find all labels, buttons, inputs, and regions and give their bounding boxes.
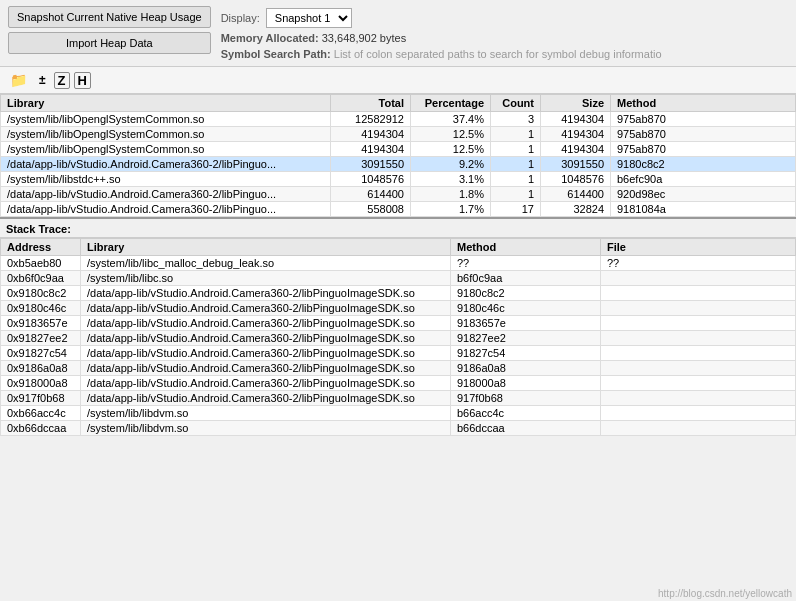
right-info: Display: Snapshot 1 Memory Allocated: 33… — [221, 6, 788, 60]
col-library: Library — [1, 95, 331, 112]
cell-size: 32824 — [541, 202, 611, 217]
stack-cell-file — [601, 361, 796, 376]
stack-row[interactable]: 0x9180c46c /data/app-lib/vStudio.Android… — [1, 301, 796, 316]
watermark: http://blog.csdn.net/yellowcath — [658, 588, 792, 599]
folder-icon[interactable]: 📁 — [6, 70, 31, 90]
stack-cell-file — [601, 331, 796, 346]
stack-cell-method: 9183657e — [451, 316, 601, 331]
stack-trace-label: Stack Trace: — [0, 219, 796, 238]
stack-row[interactable]: 0xb66acc4c /system/lib/libdvm.so b66acc4… — [1, 406, 796, 421]
cell-count: 1 — [491, 127, 541, 142]
cell-method: 975ab870 — [611, 127, 796, 142]
cell-method: 920d98ec — [611, 187, 796, 202]
cell-size: 3091550 — [541, 157, 611, 172]
cell-library: /system/lib/libOpenglSystemCommon.so — [1, 127, 331, 142]
main-table-body: /system/lib/libOpenglSystemCommon.so 125… — [1, 112, 796, 217]
snapshot-button[interactable]: Snapshot Current Native Heap Usage — [8, 6, 211, 28]
stack-cell-file — [601, 421, 796, 436]
stack-cell-method: 9180c46c — [451, 301, 601, 316]
stack-cell-library: /system/lib/libc_malloc_debug_leak.so — [81, 256, 451, 271]
stack-cell-method: 91827c54 — [451, 346, 601, 361]
stack-row[interactable]: 0x918000a8 /data/app-lib/vStudio.Android… — [1, 376, 796, 391]
stack-cell-library: /data/app-lib/vStudio.Android.Camera360-… — [81, 286, 451, 301]
cell-method: 975ab870 — [611, 112, 796, 127]
stack-cell-file — [601, 286, 796, 301]
stack-row[interactable]: 0x91827ee2 /data/app-lib/vStudio.Android… — [1, 331, 796, 346]
stack-cell-address: 0x9183657e — [1, 316, 81, 331]
cell-count: 3 — [491, 112, 541, 127]
stack-cell-library: /data/app-lib/vStudio.Android.Camera360-… — [81, 316, 451, 331]
table-row[interactable]: /data/app-lib/vStudio.Android.Camera360-… — [1, 157, 796, 172]
stack-row[interactable]: 0x9186a0a8 /data/app-lib/vStudio.Android… — [1, 361, 796, 376]
stack-row[interactable]: 0xb6f0c9aa /system/lib/libc.so b6f0c9aa — [1, 271, 796, 286]
display-select[interactable]: Snapshot 1 — [266, 8, 352, 28]
stack-col-method: Method — [451, 239, 601, 256]
cell-size: 1048576 — [541, 172, 611, 187]
cell-size: 614400 — [541, 187, 611, 202]
stack-row[interactable]: 0xb66dccaa /system/lib/libdvm.so b66dcca… — [1, 421, 796, 436]
stack-cell-library: /data/app-lib/vStudio.Android.Camera360-… — [81, 391, 451, 406]
stack-cell-file — [601, 316, 796, 331]
stack-cell-address: 0x91827ee2 — [1, 331, 81, 346]
table-row[interactable]: /system/lib/libOpenglSystemCommon.so 125… — [1, 112, 796, 127]
table-row[interactable]: /system/lib/libOpenglSystemCommon.so 419… — [1, 142, 796, 157]
stack-cell-address: 0x917f0b68 — [1, 391, 81, 406]
cell-library: /data/app-lib/vStudio.Android.Camera360-… — [1, 187, 331, 202]
stack-cell-method: 918000a8 — [451, 376, 601, 391]
cell-count: 17 — [491, 202, 541, 217]
display-label: Display: — [221, 12, 260, 24]
col-size: Size — [541, 95, 611, 112]
main-table-header: Library Total Percentage Count Size Meth… — [1, 95, 796, 112]
stack-row[interactable]: 0x9183657e /data/app-lib/vStudio.Android… — [1, 316, 796, 331]
stack-row[interactable]: 0xb5aeb80 /system/lib/libc_malloc_debug_… — [1, 256, 796, 271]
left-buttons: Snapshot Current Native Heap Usage Impor… — [8, 6, 211, 54]
stack-cell-method: b66dccaa — [451, 421, 601, 436]
cell-percentage: 1.8% — [411, 187, 491, 202]
stack-cell-method: 91827ee2 — [451, 331, 601, 346]
cell-size: 4194304 — [541, 112, 611, 127]
col-percentage: Percentage — [411, 95, 491, 112]
cell-method: 975ab870 — [611, 142, 796, 157]
stack-cell-file — [601, 376, 796, 391]
import-button[interactable]: Import Heap Data — [8, 32, 211, 54]
cell-library: /data/app-lib/vStudio.Android.Camera360-… — [1, 157, 331, 172]
cell-total: 4194304 — [331, 142, 411, 157]
stack-cell-method: b6f0c9aa — [451, 271, 601, 286]
cell-method: 9180c8c2 — [611, 157, 796, 172]
cell-count: 1 — [491, 172, 541, 187]
cell-percentage: 1.7% — [411, 202, 491, 217]
stack-cell-file — [601, 391, 796, 406]
stack-cell-address: 0x918000a8 — [1, 376, 81, 391]
symbol-placeholder: List of colon separated paths to search … — [334, 48, 662, 60]
stack-row[interactable]: 0x9180c8c2 /data/app-lib/vStudio.Android… — [1, 286, 796, 301]
stack-cell-library: /data/app-lib/vStudio.Android.Camera360-… — [81, 346, 451, 361]
stack-row[interactable]: 0x91827c54 /data/app-lib/vStudio.Android… — [1, 346, 796, 361]
table-row[interactable]: /system/lib/libOpenglSystemCommon.so 419… — [1, 127, 796, 142]
table-row[interactable]: /system/lib/libstdc++.so 1048576 3.1% 1 … — [1, 172, 796, 187]
table-row[interactable]: /data/app-lib/vStudio.Android.Camera360-… — [1, 202, 796, 217]
cell-total: 4194304 — [331, 127, 411, 142]
display-row: Display: Snapshot 1 — [221, 8, 788, 28]
stack-cell-library: /system/lib/libdvm.so — [81, 421, 451, 436]
stack-cell-method: ?? — [451, 256, 601, 271]
stack-col-file: File — [601, 239, 796, 256]
plusminus-icon[interactable]: ± — [35, 71, 50, 89]
stack-cell-address: 0x9180c46c — [1, 301, 81, 316]
stack-cell-file — [601, 346, 796, 361]
memory-row: Memory Allocated: 33,648,902 bytes — [221, 32, 788, 44]
z-icon[interactable]: Z — [54, 72, 70, 89]
stack-row[interactable]: 0x917f0b68 /data/app-lib/vStudio.Android… — [1, 391, 796, 406]
stack-col-address: Address — [1, 239, 81, 256]
stack-table-body: 0xb5aeb80 /system/lib/libc_malloc_debug_… — [1, 256, 796, 436]
cell-size: 4194304 — [541, 127, 611, 142]
memory-value: 33,648,902 bytes — [322, 32, 406, 44]
table-row[interactable]: /data/app-lib/vStudio.Android.Camera360-… — [1, 187, 796, 202]
stack-cell-library: /system/lib/libc.so — [81, 271, 451, 286]
h-icon[interactable]: H — [74, 72, 91, 89]
main-table-container: Library Total Percentage Count Size Meth… — [0, 94, 796, 219]
cell-percentage: 12.5% — [411, 127, 491, 142]
stack-col-library: Library — [81, 239, 451, 256]
stack-cell-library: /system/lib/libdvm.so — [81, 406, 451, 421]
cell-library: /data/app-lib/vStudio.Android.Camera360-… — [1, 202, 331, 217]
stack-cell-method: 9180c8c2 — [451, 286, 601, 301]
